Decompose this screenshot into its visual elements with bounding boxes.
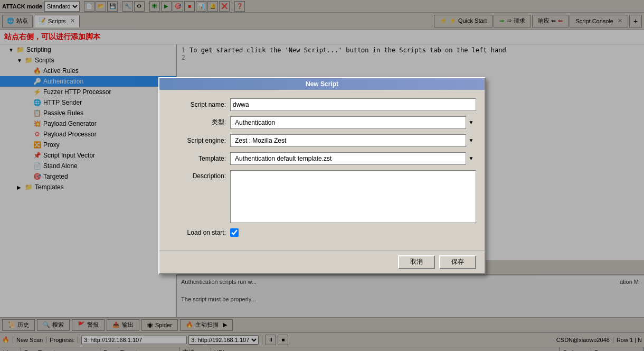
template-label: Template: — [168, 155, 226, 162]
engine-label: Script engine: — [168, 137, 226, 144]
save-button[interactable]: 保存 — [439, 255, 476, 269]
form-row-load-on-start: Load on start: — [168, 228, 476, 237]
type-select[interactable]: Authentication Active Rules Fuzzer HTTP … — [230, 116, 476, 129]
template-select[interactable]: Authentication default template.zst (non… — [230, 152, 476, 165]
template-select-wrapper: Authentication default template.zst (non… — [230, 152, 476, 165]
modal-footer: 取消 保存 — [159, 251, 485, 273]
new-script-modal: New Script Script name: 类型: Authenticati… — [158, 77, 486, 274]
type-select-wrapper: Authentication Active Rules Fuzzer HTTP … — [230, 116, 476, 129]
form-row-script-name: Script name: — [168, 98, 476, 111]
modal-body: Script name: 类型: Authentication Active R… — [159, 90, 485, 251]
script-name-input[interactable] — [230, 98, 476, 111]
modal-overlay[interactable]: New Script Script name: 类型: Authenticati… — [0, 0, 644, 351]
engine-select[interactable]: Zest : Mozilla Zest Oracle Nashorn Graal… — [230, 134, 476, 147]
cancel-button[interactable]: 取消 — [398, 255, 435, 269]
engine-select-wrapper: Zest : Mozilla Zest Oracle Nashorn Graal… — [230, 134, 476, 147]
script-name-label: Script name: — [168, 101, 226, 108]
load-on-start-checkbox[interactable] — [230, 228, 239, 237]
form-row-description: Description: — [168, 170, 476, 223]
type-label: 类型: — [168, 118, 226, 127]
form-row-template: Template: Authentication default templat… — [168, 152, 476, 165]
description-label: Description: — [168, 170, 226, 180]
load-on-start-label: Load on start: — [168, 229, 226, 236]
form-row-type: 类型: Authentication Active Rules Fuzzer H… — [168, 116, 476, 129]
form-row-engine: Script engine: Zest : Mozilla Zest Oracl… — [168, 134, 476, 147]
description-textarea[interactable] — [230, 170, 476, 223]
modal-title-bar: New Script — [159, 78, 485, 90]
